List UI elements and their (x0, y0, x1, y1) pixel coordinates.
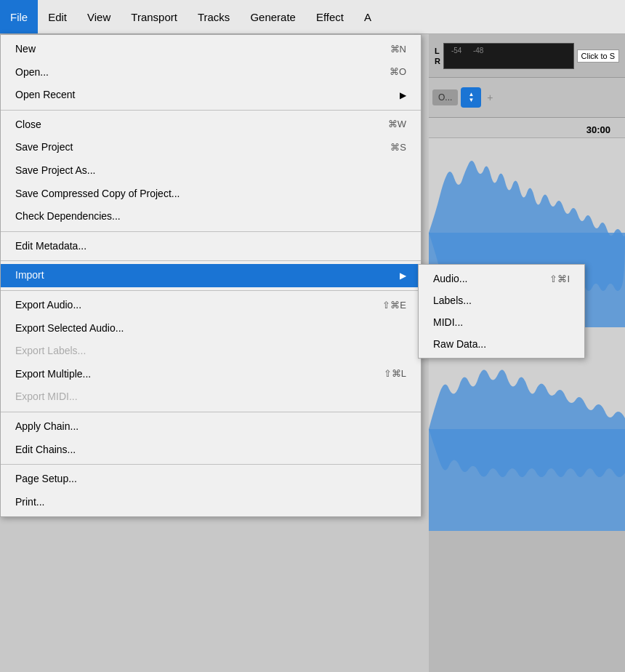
menu-item-file[interactable]: File (0, 0, 38, 33)
menu-item-edit-chains[interactable]: Edit Chains... (1, 439, 421, 462)
menu-item-transport[interactable]: Transport (121, 0, 188, 33)
menu-section-export: Export Audio... ⇧⌘E Export Selected Audi… (1, 291, 421, 412)
menu-section-print: Page Setup... Print... (1, 465, 421, 516)
menu-item-export-audio[interactable]: Export Audio... ⇧⌘E (1, 294, 421, 317)
submenu-item-audio[interactable]: Audio... ⇧⌘I (419, 268, 584, 289)
menu-item-close[interactable]: Close ⌘W (1, 113, 421, 137)
level-R: R (435, 57, 440, 65)
menu-item-analyze[interactable]: A (354, 0, 382, 33)
menu-item-effect[interactable]: Effect (306, 0, 354, 33)
submenu-item-raw-data[interactable]: Raw Data... (419, 333, 584, 355)
menu-item-new[interactable]: New ⌘N (1, 38, 421, 61)
menu-item-export-selected[interactable]: Export Selected Audio... (1, 317, 421, 340)
scale-48: -48 (473, 47, 483, 55)
menu-item-export-multiple[interactable]: Export Multiple... ⇧⌘L (1, 363, 421, 386)
scale-54: -54 (451, 47, 461, 55)
menu-item-check-dependencies[interactable]: Check Dependencies... (1, 205, 421, 228)
menu-section-chains: Apply Chain... Edit Chains... (1, 412, 421, 465)
menu-item-export-labels: Export Labels... (1, 340, 421, 363)
submenu-item-labels[interactable]: Labels... (419, 289, 584, 311)
menu-section-metadata: Edit Metadata... (1, 232, 421, 262)
spinner-control[interactable]: ▲ ▼ (461, 87, 481, 108)
timeline-marker: 30:00 (586, 124, 610, 135)
submenu-arrow: ▶ (400, 89, 406, 102)
toolbar-label: O... (432, 89, 458, 105)
menu-item-import[interactable]: Import ▶ (1, 264, 421, 287)
menu-item-edit-metadata[interactable]: Edit Metadata... (1, 235, 421, 258)
menu-item-apply-chain[interactable]: Apply Chain... (1, 415, 421, 439)
menu-section-import: Import ▶ (1, 261, 421, 291)
menu-item-generate[interactable]: Generate (240, 0, 306, 33)
submenu-item-midi[interactable]: MIDI... (419, 311, 584, 333)
menu-item-edit[interactable]: Edit (38, 0, 77, 33)
cursor-icon: + (487, 92, 493, 103)
menu-item-save-project[interactable]: Save Project ⌘S (1, 136, 421, 159)
file-menu-dropdown: New ⌘N Open... ⌘O Open Recent ▶ Close ⌘W… (0, 34, 422, 517)
menu-item-export-midi: Export MIDI... (1, 385, 421, 409)
import-submenu: Audio... ⇧⌘I Labels... MIDI... Raw Data.… (418, 264, 585, 359)
menu-item-page-setup[interactable]: Page Setup... (1, 468, 421, 491)
level-L: L (435, 47, 440, 55)
menu-item-print[interactable]: Print... (1, 491, 421, 514)
menu-section-save: Close ⌘W Save Project ⌘S Save Project As… (1, 111, 421, 232)
menu-item-save-project-as[interactable]: Save Project As... (1, 159, 421, 183)
click-to-start[interactable]: Click to S (577, 49, 619, 63)
menu-section-new: New ⌘N Open... ⌘O Open Recent ▶ (1, 35, 421, 111)
menu-bar: File Edit View Transport Tracks Generate… (0, 0, 625, 34)
menu-item-open[interactable]: Open... ⌘O (1, 61, 421, 84)
menu-item-tracks[interactable]: Tracks (188, 0, 240, 33)
menu-item-save-compressed[interactable]: Save Compressed Copy of Project... (1, 183, 421, 206)
menu-item-open-recent[interactable]: Open Recent ▶ (1, 84, 421, 107)
import-arrow: ▶ (400, 270, 406, 282)
menu-item-view[interactable]: View (77, 0, 121, 33)
